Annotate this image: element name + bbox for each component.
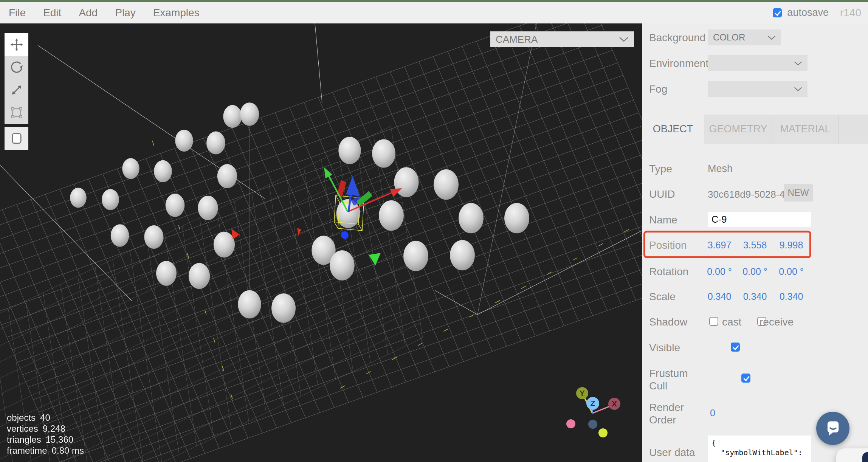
- axis-neg-x-ball[interactable]: [566, 419, 575, 428]
- menu-edit[interactable]: Edit: [34, 7, 70, 19]
- visible-checkbox[interactable]: [731, 343, 740, 352]
- sphere-mesh[interactable]: [175, 130, 193, 152]
- rotation-z-field[interactable]: 0.00 °: [778, 266, 805, 277]
- sphere-mesh[interactable]: [156, 261, 177, 286]
- render-order-field[interactable]: 0: [710, 408, 715, 419]
- sphere-mesh[interactable]: [372, 139, 395, 168]
- background-color-swatch[interactable]: [787, 33, 806, 43]
- transform-rect-icon: [10, 106, 23, 119]
- type-label: Type: [649, 163, 672, 175]
- background-label: Background: [649, 32, 705, 44]
- axis-neg-z-ball[interactable]: [588, 420, 597, 429]
- viewport-toolbar: [5, 33, 28, 150]
- scale-z-field[interactable]: 0.340: [778, 291, 805, 302]
- sphere-mesh[interactable]: [223, 105, 242, 128]
- menu-play[interactable]: Play: [106, 7, 144, 19]
- sphere-mesh[interactable]: [166, 194, 185, 217]
- environment-label: Environment: [649, 57, 708, 70]
- fog-select[interactable]: [708, 81, 808, 97]
- axis-x-label: X: [612, 399, 617, 408]
- name-label: Name: [649, 214, 677, 226]
- sphere-mesh[interactable]: [111, 224, 129, 247]
- axis-neg-y-ball[interactable]: [598, 428, 608, 437]
- sphere-mesh[interactable]: [338, 137, 361, 164]
- translate-tool-button[interactable]: [5, 33, 28, 56]
- position-z-field[interactable]: 9.998: [778, 240, 805, 251]
- sphere-mesh[interactable]: [379, 200, 404, 231]
- tab-geometry[interactable]: GEOMETRY: [704, 115, 772, 144]
- sphere-meshes[interactable]: [70, 102, 529, 323]
- translate-icon: [10, 38, 23, 51]
- corner-widget[interactable]: [862, 452, 868, 462]
- autosave-label: autosave: [787, 7, 829, 19]
- sphere-mesh[interactable]: [217, 164, 237, 188]
- viewport[interactable]: Y X Z: [0, 23, 642, 462]
- sphere-mesh[interactable]: [238, 290, 261, 318]
- sphere-mesh[interactable]: [240, 102, 259, 126]
- autosave-checkbox[interactable]: [773, 8, 782, 17]
- type-value: Mesh: [708, 163, 733, 175]
- rotation-label: Rotation: [649, 266, 688, 278]
- stat-triangles-value: 15,360: [46, 434, 73, 445]
- gizmo-blue-dot: [341, 231, 349, 239]
- chat-launcher-button[interactable]: [816, 412, 849, 445]
- gizmo-y-arrow[interactable]: [324, 167, 332, 178]
- tab-material[interactable]: MATERIAL: [772, 115, 839, 144]
- sphere-mesh[interactable]: [459, 203, 484, 234]
- scale-icon: [10, 83, 23, 97]
- menu-file[interactable]: File: [0, 7, 34, 19]
- sphere-mesh[interactable]: [189, 263, 210, 289]
- rotation-y-field[interactable]: 0.00 °: [741, 266, 769, 277]
- tab-object[interactable]: OBJECT: [642, 115, 704, 144]
- sphere-mesh[interactable]: [403, 241, 428, 271]
- sphere-mesh[interactable]: [394, 167, 418, 197]
- render-order-label: Render Order: [649, 401, 704, 426]
- sphere-mesh[interactable]: [214, 232, 235, 258]
- gizmo-z-arrow[interactable]: [346, 176, 360, 196]
- menu-add[interactable]: Add: [70, 7, 106, 19]
- scale-tool-button[interactable]: [5, 79, 28, 101]
- stat-frametime-label: frametime: [7, 445, 47, 456]
- sphere-mesh[interactable]: [271, 293, 296, 323]
- rotation-x-field[interactable]: 0.00 °: [706, 266, 733, 277]
- camera-select[interactable]: CAMERA: [490, 31, 634, 47]
- transform-rect-tool-button[interactable]: [5, 101, 28, 124]
- position-x-field[interactable]: 3.697: [706, 240, 733, 251]
- version-label[interactable]: r140: [840, 7, 861, 19]
- scene-canvas[interactable]: Y X Z: [0, 23, 642, 462]
- frustum-cull-label: Frustum Cull: [649, 367, 704, 392]
- local-space-toggle-button[interactable]: [5, 127, 28, 150]
- stat-frametime-value: 0.80 ms: [52, 445, 84, 456]
- uuid-new-button[interactable]: NEW: [784, 184, 813, 202]
- sphere-mesh[interactable]: [330, 250, 355, 281]
- sphere-mesh[interactable]: [144, 225, 163, 249]
- rotate-tool-button[interactable]: [5, 56, 28, 79]
- sidebar-panel: Background COLOR Environment Fog OBJECT …: [642, 23, 868, 462]
- camera-helper-lines: [0, 23, 642, 315]
- axis-z-label: Z: [591, 399, 595, 408]
- sphere-mesh[interactable]: [450, 240, 475, 271]
- frustum-cull-checkbox[interactable]: [741, 374, 750, 383]
- sphere-mesh[interactable]: [206, 132, 225, 155]
- scale-x-field[interactable]: 0.340: [706, 291, 733, 302]
- sphere-mesh[interactable]: [102, 189, 119, 210]
- sphere-mesh[interactable]: [70, 188, 87, 208]
- stat-vertices-label: vertices: [7, 423, 38, 434]
- user-data-textarea[interactable]: { "symbolWithLabel":: [708, 436, 811, 462]
- sphere-mesh[interactable]: [122, 158, 139, 179]
- sphere-mesh[interactable]: [198, 196, 218, 220]
- rotate-icon: [10, 60, 23, 74]
- stat-objects-label: objects: [7, 412, 36, 423]
- background-select[interactable]: COLOR: [708, 29, 781, 45]
- environment-select[interactable]: [708, 55, 808, 71]
- sphere-mesh[interactable]: [154, 160, 172, 182]
- view-axis-helper[interactable]: Y X Z: [566, 387, 620, 437]
- shadow-cast-checkbox[interactable]: [709, 317, 718, 326]
- scale-y-field[interactable]: 0.340: [741, 291, 769, 302]
- position-label: Position: [649, 239, 687, 251]
- menu-examples[interactable]: Examples: [144, 7, 208, 19]
- name-input[interactable]: [708, 212, 811, 227]
- sphere-mesh[interactable]: [504, 203, 529, 234]
- position-y-field[interactable]: 3.558: [741, 240, 769, 251]
- sphere-mesh[interactable]: [434, 169, 459, 200]
